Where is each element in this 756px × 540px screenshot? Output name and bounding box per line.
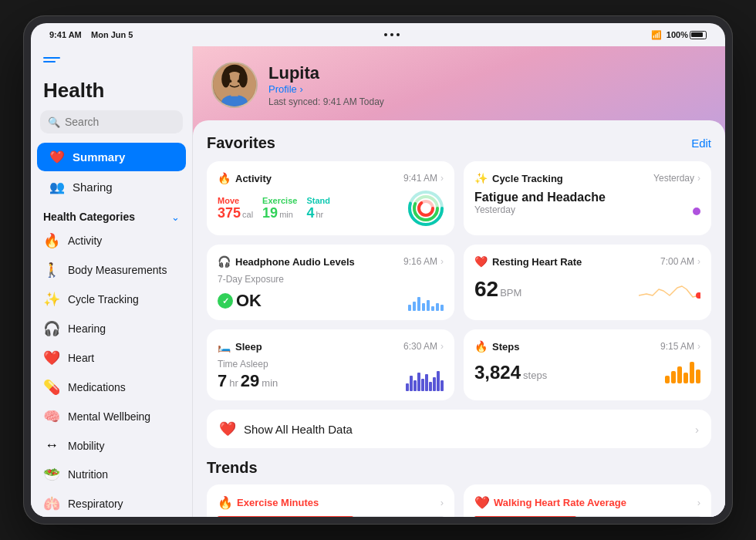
trend-heart-bar [474,516,700,517]
favorites-grid: 🔥 Activity 9:41 AM › [207,161,711,400]
chevron-down-icon[interactable]: ⌄ [171,211,180,223]
category-cycle-tracking[interactable]: ✨ Cycle Tracking [31,285,192,314]
sleep-chevron-icon: › [440,341,444,352]
heart-rate-card-icon: ❤️ [474,255,488,268]
bar-1 [408,305,411,311]
medications-icon: 💊 [43,379,60,396]
sidebar-item-summary[interactable]: ❤️ Summary [37,143,186,171]
profile-link[interactable]: Profile › [268,83,384,95]
battery-indicator: 100% [667,30,707,39]
sleep-minutes: 29 [241,371,259,391]
cycle-title-row: ✨ Cycle Tracking [474,172,563,184]
exercise-stat: Exercise 19 min [262,196,297,221]
activity-stats: Move 375 cal Exercise [218,191,444,226]
trend-exercise-icon: 🔥 [218,495,233,510]
sleep-time: 6:30 AM [403,341,437,352]
sleep-card[interactable]: 🛏️ Sleep 6:30 AM › Time Aslee [207,329,454,400]
sidebar-item-sharing[interactable]: 👥 Sharing [37,173,186,201]
sleep-min-label: min [262,377,278,389]
search-bar[interactable]: 🔍 🎙️ [40,110,183,133]
category-label: Medications [68,381,126,393]
category-body-measurements[interactable]: 🚶 Body Measurements [31,255,192,285]
cycle-card-header: ✨ Cycle Tracking Yesterday › [474,172,700,184]
trend-walking-heart-rate[interactable]: ❤️ Walking Heart Rate Average › [464,484,711,517]
steps-value: 3,824 [474,362,521,383]
categories-title: Health Categories [43,211,135,223]
search-input[interactable] [65,116,193,128]
steps-content: 3,824 steps [474,359,700,383]
headphone-card-title: Headphone Audio Levels [235,256,355,268]
status-time: 9:41 AM [49,30,82,39]
svg-rect-8 [231,90,238,96]
app-title: Health [31,79,192,110]
category-medications[interactable]: 💊 Medications [31,373,192,402]
battery-bar [690,31,707,39]
steps-bar-4 [683,373,688,383]
bar-4 [422,303,425,311]
status-date: Mon Jun 5 [91,30,133,39]
sleep-bar-8 [433,377,436,391]
show-all-health-row[interactable]: ❤️ Show All Health Data › [207,410,711,448]
steps-time: 9:15 AM [660,341,694,352]
edit-button[interactable]: Edit [691,137,711,150]
category-mental-wellbeing[interactable]: 🧠 Mental Wellbeing [31,402,192,431]
steps-card-header: 🔥 Steps 9:15 AM › [474,340,700,353]
trend-heart-icon: ❤️ [474,495,490,510]
move-unit: cal [242,210,253,219]
sleep-bar-1 [406,383,409,391]
sleep-content: Time Asleep 7 hr 29 min [218,359,444,391]
favorites-header: Favorites Edit [207,134,711,152]
category-heart[interactable]: ❤️ Heart [31,343,192,373]
cycle-tracking-card[interactable]: ✨ Cycle Tracking Yesterday › Fatigue and… [464,161,711,235]
sidebar-item-label: Sharing [73,181,113,194]
category-nutrition[interactable]: 🥗 Nutrition [31,460,192,489]
sleep-bar-9 [437,371,440,391]
sharing-icon: 👥 [49,180,65,194]
headphone-card-header: 🎧 Headphone Audio Levels 9:16 AM › [218,255,444,268]
category-respiratory[interactable]: 🫁 Respiratory [31,489,192,517]
activity-card[interactable]: 🔥 Activity 9:41 AM › [207,161,454,235]
hearing-icon: 🎧 [43,320,60,337]
cycle-tracking-icon: ✨ [43,291,60,308]
content-area: Favorites Edit 🔥 Activity [193,120,725,517]
sidebar-toggle-button[interactable] [43,57,60,71]
cycle-card-title: Cycle Tracking [492,173,563,184]
steps-bar-3 [677,366,682,383]
steps-card-title: Steps [492,341,519,353]
activity-title-row: 🔥 Activity [218,172,272,184]
sleep-card-header: 🛏️ Sleep 6:30 AM › [218,340,444,353]
category-hearing[interactable]: 🎧 Hearing [31,314,192,343]
category-activity[interactable]: 🔥 Activity [31,226,192,255]
favorites-title: Favorites [207,134,275,152]
toggle-line-2 [43,61,56,62]
heart-rate-title-row: ❤️ Resting Heart Rate [474,255,582,268]
category-mobility[interactable]: ↔️ Mobility [31,431,192,460]
heart-rate-time: 7:00 AM [660,256,694,267]
steps-card[interactable]: 🔥 Steps 9:15 AM › [464,329,711,400]
stand-unit: hr [316,210,323,219]
stand-stat: Stand 4 hr [306,196,330,221]
cycle-card-icon: ✨ [474,172,488,184]
sleep-hr-label: hr [229,377,238,389]
trend-exercise-minutes[interactable]: 🔥 Exercise Minutes › [207,484,454,517]
category-label: Mobility [68,440,104,452]
trend-heart-chevron-icon: › [697,497,700,508]
steps-bars [665,359,700,383]
category-label: Nutrition [68,468,108,481]
status-dots [384,33,400,36]
battery-percent: 100% [667,30,688,39]
steps-bar-2 [671,371,676,383]
sleep-bars [406,370,444,391]
sleep-bar-5 [421,379,424,391]
trend-heart-label: Walking Heart Rate Average [494,497,626,508]
ipad-screen: 9:41 AM Mon Jun 5 📶 100% [31,23,725,517]
headphone-card[interactable]: 🎧 Headphone Audio Levels 9:16 AM › 7-Day… [207,245,454,320]
activity-icon: 🔥 [43,232,60,249]
svg-point-15 [696,292,700,299]
avatar [211,62,258,108]
heart-rate-card[interactable]: ❤️ Resting Heart Rate 7:00 AM › [464,245,711,320]
bar-5 [427,300,430,311]
steps-card-icon: 🔥 [474,340,488,353]
trend-exercise-bar-fill [218,516,353,517]
show-all-chevron-icon: › [695,423,699,436]
